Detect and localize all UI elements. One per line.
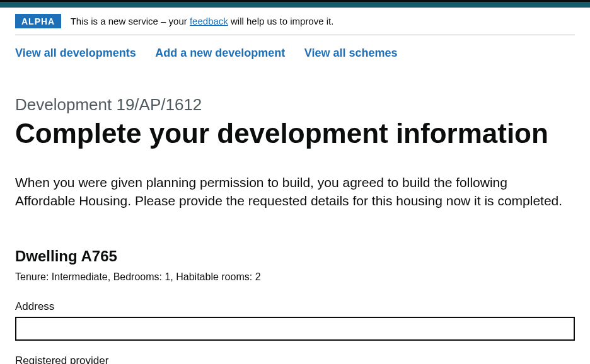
- page-title: Complete your development information: [15, 118, 575, 149]
- phase-text-suffix: will help us to improve it.: [228, 16, 334, 26]
- phase-banner: ALPHA This is a new service – your feedb…: [15, 8, 575, 35]
- nav-view-developments[interactable]: View all developments: [15, 47, 136, 59]
- header-color-bar: [0, 0, 590, 8]
- nav-add-development[interactable]: Add a new development: [155, 47, 285, 59]
- provider-label: Registered provider: [15, 355, 575, 364]
- address-input[interactable]: [15, 317, 575, 341]
- nav-view-schemes[interactable]: View all schemes: [304, 47, 398, 59]
- dwelling-heading: Dwelling A765: [15, 247, 575, 265]
- address-group: Address: [15, 300, 575, 341]
- page-lede: When you were given planning permission …: [15, 174, 570, 210]
- main-content: Development 19/AP/1612 Complete your dev…: [0, 95, 590, 364]
- feedback-link[interactable]: feedback: [190, 16, 228, 26]
- phase-text: This is a new service – your feedback wi…: [71, 16, 334, 26]
- primary-nav: View all developments Add a new developm…: [0, 35, 590, 65]
- dwelling-meta: Tenure: Intermediate, Bedrooms: 1, Habit…: [15, 271, 575, 283]
- phase-text-prefix: This is a new service – your: [71, 16, 190, 26]
- address-label: Address: [15, 300, 575, 313]
- phase-tag: ALPHA: [15, 14, 61, 28]
- page-caption: Development 19/AP/1612: [15, 95, 575, 115]
- provider-group: Registered provider: [15, 355, 575, 364]
